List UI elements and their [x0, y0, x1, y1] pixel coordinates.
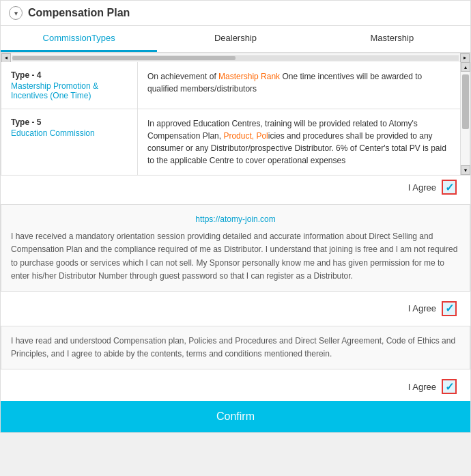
- check-mark-2: ✓: [445, 302, 454, 315]
- confirm-button[interactable]: Confirm: [1, 401, 470, 432]
- scroll-track: [12, 55, 459, 61]
- vertical-scrollbar: ▴ ▾: [460, 62, 470, 175]
- scroll-left-arrow[interactable]: ◂: [1, 53, 11, 63]
- highlight-product: Product, Pol: [223, 131, 268, 141]
- agree-label-1: I Agree: [408, 182, 436, 193]
- desc-cell-5: In approved Education Centres, training …: [138, 109, 460, 175]
- page-title: Compensation Plan: [28, 7, 130, 19]
- type-label-5: Type - 5: [11, 117, 128, 127]
- tab-commission-types[interactable]: CommissionTypes: [1, 26, 157, 52]
- tab-dealership[interactable]: Dealership: [157, 26, 313, 52]
- highlight-mastership: Mastership Rank: [218, 72, 280, 81]
- table-section: Type - 4 Mastership Promotion & Incentiv…: [1, 62, 470, 176]
- agree-checkbox-2[interactable]: ✓: [442, 301, 457, 316]
- table-row: Type - 5 Education Commission In approve…: [1, 109, 460, 175]
- agree-row-2: I Agree ✓: [1, 297, 470, 320]
- scroll-down-arrow[interactable]: ▾: [461, 165, 470, 175]
- tabs-bar: CommissionTypes Dealership Mastership: [1, 26, 470, 53]
- scroll-thumb-v: [462, 74, 469, 129]
- type-cell-5: Type - 5 Education Commission: [1, 109, 138, 175]
- type-name-5: Education Commission: [11, 128, 128, 138]
- info-box-3: I have read and understood Compensation …: [1, 326, 470, 369]
- tab-mastership[interactable]: Mastership: [314, 26, 470, 52]
- scroll-right-arrow[interactable]: ▸: [460, 53, 470, 63]
- agree-label-2: I Agree: [408, 303, 436, 313]
- agree-checkbox-1[interactable]: ✓: [442, 180, 457, 195]
- agree-row-1: I Agree ✓: [1, 176, 470, 199]
- collapse-icon[interactable]: ▾: [9, 6, 23, 20]
- main-container: ▾ Compensation Plan CommissionTypes Deal…: [0, 0, 471, 433]
- table-row: Type - 4 Mastership Promotion & Incentiv…: [1, 62, 460, 109]
- desc-cell-4: On achievement of Mastership Rank One ti…: [138, 62, 460, 109]
- info-text-3: I have read and understood Compensation …: [11, 336, 455, 359]
- info-text-2: I have received a mandatory orientation …: [11, 232, 457, 281]
- info-box-2: https://atomy-join.com I have received a…: [1, 204, 470, 292]
- agree-label-3: I Agree: [408, 382, 436, 392]
- check-mark-3: ✓: [445, 380, 454, 393]
- scroll-thumb: [12, 56, 235, 60]
- type-name-4: Mastership Promotion & Incentives (One T…: [11, 81, 128, 100]
- type-cell-4: Type - 4 Mastership Promotion & Incentiv…: [1, 62, 138, 109]
- table-scroll-content: Type - 4 Mastership Promotion & Incentiv…: [1, 62, 470, 175]
- watermark-text: https://atomy-join.com: [11, 213, 460, 226]
- scroll-up-arrow[interactable]: ▴: [461, 62, 470, 72]
- type-label-4: Type - 4: [11, 70, 128, 80]
- agree-checkbox-3[interactable]: ✓: [442, 379, 457, 394]
- agree-row-3: I Agree ✓: [1, 375, 470, 398]
- check-mark-1: ✓: [445, 181, 454, 194]
- header: ▾ Compensation Plan: [1, 1, 470, 26]
- horizontal-scrollbar: ◂ ▸: [1, 53, 470, 62]
